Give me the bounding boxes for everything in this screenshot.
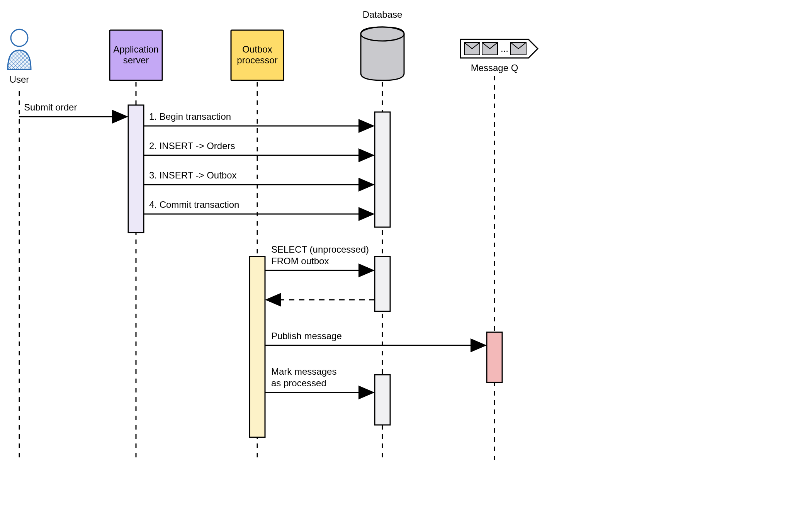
app-server-label-l1: Application — [113, 44, 158, 54]
msg-commit-label: 4. Commit transaction — [149, 199, 239, 210]
msg-mark-processed: Mark messages as processed — [265, 366, 372, 392]
msg-commit-transaction: 4. Commit transaction — [144, 199, 372, 214]
msg-publish-message: Publish message — [265, 331, 484, 345]
outbox-label-l1: Outbox — [242, 44, 272, 54]
msg-mark-l1: Mark messages — [271, 366, 336, 377]
message-queue-icon: ... — [460, 39, 538, 58]
msg-submit-order: Submit order — [19, 102, 126, 117]
database-activation-1 — [375, 112, 390, 227]
outbox-label-l2: processor — [237, 55, 277, 65]
database-activation-2 — [375, 257, 390, 311]
participant-app-server: Application server — [110, 30, 162, 80]
outbox-activation — [250, 257, 265, 437]
svg-point-1 — [11, 29, 28, 46]
participant-user: User — [8, 29, 31, 85]
participant-message-queue: ... Message Q — [460, 39, 538, 73]
mq-ellipsis: ... — [501, 43, 508, 54]
msg-mark-l2: as processed — [271, 378, 326, 388]
msg-insert-outbox-label: 3. INSERT -> Outbox — [149, 170, 237, 180]
msg-select-l1: SELECT (unprocessed) — [271, 244, 369, 255]
msg-publish-label: Publish message — [271, 331, 342, 341]
msg-begin-transaction: 1. Begin transaction — [144, 111, 372, 126]
sequence-diagram: User Application server Outbox processor… — [0, 0, 812, 530]
msg-select-l2: FROM outbox — [271, 256, 329, 266]
msg-begin-label: 1. Begin transaction — [149, 111, 231, 122]
msg-insert-orders: 2. INSERT -> Orders — [144, 141, 372, 155]
msg-insert-orders-label: 2. INSERT -> Orders — [149, 141, 235, 151]
database-activation-3 — [375, 375, 390, 425]
database-icon — [361, 27, 404, 80]
mq-label: Message Q — [471, 63, 518, 73]
participant-database: Database — [361, 9, 404, 80]
database-label: Database — [363, 9, 403, 20]
svg-point-4 — [361, 27, 404, 41]
msg-select-unprocessed: SELECT (unprocessed) FROM outbox — [265, 244, 372, 270]
user-label: User — [10, 74, 29, 85]
msg-submit-order-label: Submit order — [24, 102, 77, 112]
participant-outbox-processor: Outbox processor — [231, 30, 284, 80]
app-server-label-l2: server — [123, 55, 149, 65]
mq-activation — [487, 332, 502, 382]
msg-insert-outbox: 3. INSERT -> Outbox — [144, 170, 372, 185]
app-server-activation — [128, 105, 144, 233]
